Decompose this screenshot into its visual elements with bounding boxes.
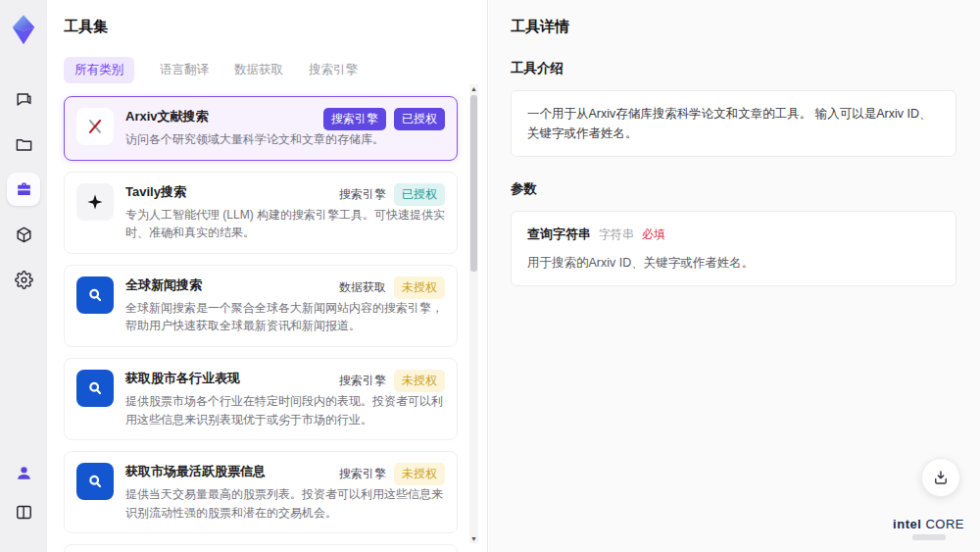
cube-icon[interactable] — [7, 218, 40, 251]
scrollbar-thumb[interactable] — [470, 95, 477, 272]
category-label: 搜索引擎 — [339, 463, 386, 485]
tool-description: 全球新闻搜索是一个聚合全球各大新闻网站内容的搜索引擎，帮助用户快速获取全球最新资… — [125, 299, 445, 335]
settings-icon[interactable] — [7, 263, 40, 296]
tool-card-most-active-stocks[interactable]: 获取市场最活跃股票信息 提供当天交易量最高的股票列表。投资者可以利用这些信息来识… — [64, 451, 458, 533]
tool-description: 提供当天交易量最高的股票列表。投资者可以利用这些信息来识别流动性强的股票和潜在的… — [125, 485, 445, 522]
tool-card-sector-performance[interactable]: 获取股市各行业表现 提供股票市场各个行业在特定时间段内的表现。投资者可以利用这些… — [64, 358, 458, 440]
panel-toggle-icon[interactable] — [7, 495, 40, 528]
tool-detail-panel: 工具详情 工具介绍 一个用于从Arxiv存储库搜索科学论文和文章的工具。 输入可… — [489, 0, 980, 552]
intro-card: 一个用于从Arxiv存储库搜索科学论文和文章的工具。 输入可以是Arxiv ID… — [511, 90, 956, 157]
category-label: 数据获取 — [339, 276, 386, 299]
user-icon[interactable] — [7, 456, 40, 489]
tool-description: 专为人工智能代理 (LLM) 构建的搜索引擎工具。可快速提供实时、准确和真实的结… — [125, 206, 445, 242]
download-button[interactable] — [921, 458, 960, 497]
list-scrollbar[interactable]: ▲ ▼ — [469, 84, 478, 543]
auth-status-badge: 已授权 — [394, 108, 445, 130]
params-heading: 参数 — [511, 180, 956, 198]
folder-icon[interactable] — [7, 127, 40, 161]
chat-icon[interactable] — [7, 82, 40, 116]
arxiv-icon — [76, 108, 114, 145]
auth-status-badge: 未授权 — [394, 276, 445, 299]
news-search-icon — [76, 463, 114, 500]
tab-all-categories[interactable]: 所有类别 — [64, 57, 134, 83]
auth-status-badge: 未授权 — [394, 370, 445, 392]
intel-brand: intel — [893, 517, 921, 531]
news-search-icon — [76, 370, 114, 407]
param-card: 查询字符串 字符串 必填 用于搜索的Arxiv ID、关键字或作者姓名。 — [511, 211, 956, 286]
left-rail — [0, 0, 47, 552]
intel-logo-subtext — [912, 534, 946, 540]
category-label: 搜索引擎 — [339, 183, 386, 206]
param-required-badge: 必填 — [642, 226, 665, 244]
tool-list: Arxiv文献搜索 访问各个研究领域大量科学论文和文章的存储库。 搜索引擎 已授… — [64, 96, 458, 552]
param-name: 查询字符串 — [527, 225, 591, 245]
category-badge: 搜索引擎 — [323, 108, 386, 130]
page-title: 工具集 — [64, 18, 458, 36]
tool-card-global-news[interactable]: 全球新闻搜索 全球新闻搜索是一个聚合全球各大新闻网站内容的搜索引擎，帮助用户快速… — [64, 265, 458, 347]
category-label: 搜索引擎 — [339, 370, 386, 392]
tool-description: 访问各个研究领域大量科学论文和文章的存储库。 — [125, 130, 445, 149]
param-description: 用于搜索的Arxiv ID、关键字或作者姓名。 — [527, 253, 940, 273]
intel-product: CORE — [925, 517, 964, 531]
news-search-icon — [76, 276, 114, 314]
tool-card-tavily[interactable]: Tavily搜索 专为人工智能代理 (LLM) 构建的搜索引擎工具。可快速提供实… — [64, 172, 458, 254]
tavily-icon — [76, 183, 114, 221]
auth-status-badge: 已授权 — [394, 183, 445, 206]
intro-heading: 工具介绍 — [511, 60, 956, 77]
param-type: 字符串 — [599, 226, 634, 244]
tool-description: 提供股票市场各个行业在特定时间段内的表现。投资者可以利用这些信息来识别表现优于或… — [125, 392, 445, 428]
intel-core-logo: intel CORE — [893, 517, 964, 540]
detail-title: 工具详情 — [511, 18, 956, 36]
toolbox-icon[interactable] — [7, 173, 40, 206]
tool-card-arxiv[interactable]: Arxiv文献搜索 访问各个研究领域大量科学论文和文章的存储库。 搜索引擎 已授… — [64, 96, 458, 161]
tab-language-translation[interactable]: 语言翻译 — [160, 57, 209, 83]
tool-card-regional-news[interactable]: 万维地区新闻查询 查询具体行政区划内的新闻，快速了解各地新闻动 搜索引擎 未授权 — [64, 544, 458, 552]
scrollbar-up-arrow[interactable]: ▲ — [469, 84, 478, 93]
intro-text: 一个用于从Arxiv存储库搜索科学论文和文章的工具。 输入可以是Arxiv ID… — [527, 107, 932, 140]
scrollbar-down-arrow[interactable]: ▼ — [469, 534, 478, 543]
tab-data-acquisition[interactable]: 数据获取 — [234, 57, 283, 83]
tool-list-panel: 工具集 所有类别 语言翻译 数据获取 搜索引擎 Arxiv文献搜索 访问各个研究… — [47, 0, 488, 552]
tab-search-engine[interactable]: 搜索引擎 — [309, 57, 358, 83]
category-tabs: 所有类别 语言翻译 数据获取 搜索引擎 — [64, 57, 458, 83]
app-logo — [9, 14, 38, 45]
auth-status-badge: 未授权 — [394, 463, 445, 485]
